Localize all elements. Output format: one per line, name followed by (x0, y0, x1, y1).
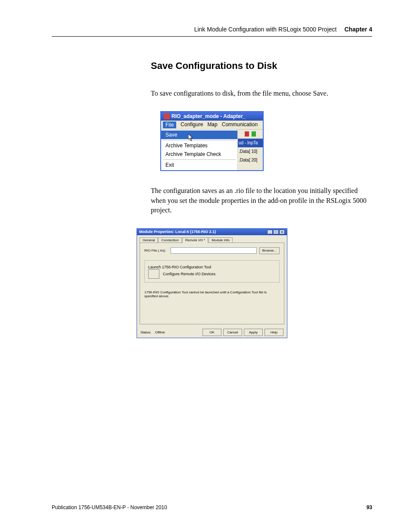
cancel-button[interactable]: Cancel (223, 329, 242, 336)
paragraph-1: To save configurations to disk, from the… (151, 89, 368, 98)
dialog-title: Module Properties: Local:6 (1756-RIO 2.1… (139, 230, 216, 234)
page-number: 93 (367, 504, 372, 510)
status-bar: Status: Offline (140, 330, 165, 334)
menu-item-exit[interactable]: Exit (161, 161, 237, 169)
file-menu-screenshot: RIO_adapter_mode - Adapter_ File Configu… (160, 111, 264, 171)
window-titlebar: RIO_adapter_mode - Adapter_ (161, 112, 263, 121)
group-legend: Launch 1756-RIO Configuration Tool (148, 265, 211, 269)
menu-map[interactable]: Map (207, 121, 217, 128)
side-panel: ud - InpTa .Data[ 10] .Data[ 20] (238, 130, 263, 170)
menu-item-archive-templates[interactable]: Archive Templates (161, 141, 237, 150)
header-title: Link Module Configuration with RSLogix 5… (194, 26, 337, 33)
close-icon[interactable]: × (279, 230, 285, 234)
configure-devices-icon[interactable] (148, 269, 159, 279)
paragraph-2: The configuration saves as an .rio file … (151, 186, 368, 215)
help-button[interactable]: Help (265, 329, 283, 336)
menu-configure[interactable]: Configure (181, 121, 203, 128)
browse-button[interactable]: Browse... (259, 247, 280, 254)
maximize-icon[interactable]: □ (273, 230, 279, 234)
status-value: Offline (155, 330, 165, 334)
side-text-0: ud - InpTa (238, 139, 263, 147)
menubar: File Configure Map Communication (161, 121, 263, 130)
side-text-1: .Data[ 10] (238, 147, 263, 156)
window-title: RIO_adapter_mode - Adapter_ (171, 113, 246, 119)
tool-icon (245, 131, 249, 137)
rio-file-label: RIO File (.rio): (144, 249, 168, 252)
tool-icon (252, 131, 256, 137)
module-properties-dialog: Module Properties: Local:6 (1756-RIO 2.1… (137, 228, 287, 338)
status-label: Status: (140, 330, 151, 334)
menu-item-archive-template-check[interactable]: Archive Template Check (161, 150, 237, 159)
configure-devices-label: Configure Remote I/O Devices (163, 272, 215, 276)
ok-button[interactable]: OK (202, 329, 221, 336)
section-title: Save Configurations to Disk (151, 60, 372, 72)
publication-id: Publication 1756-UM534B-EN-P - November … (52, 504, 167, 510)
app-icon (164, 113, 170, 119)
page-header: Link Module Configuration with RSLogix 5… (52, 26, 372, 37)
file-menu-dropdown: Save Archive Templates Archive Template … (161, 130, 238, 170)
apply-button[interactable]: Apply (244, 329, 263, 336)
dialog-titlebar: Module Properties: Local:6 (1756-RIO 2.1… (137, 229, 287, 235)
tab-remote-io[interactable]: Remote I/O * (182, 237, 208, 243)
config-tool-note: 1756-RIO Configuration Tool cannot be la… (144, 290, 280, 298)
header-chapter: Chapter 4 (344, 26, 372, 33)
toolbar-icons (238, 130, 263, 139)
rio-file-input[interactable] (171, 247, 257, 254)
minimize-icon[interactable]: _ (267, 230, 273, 234)
tab-row: General Connection Remote I/O * Module I… (137, 235, 287, 243)
page-footer: Publication 1756-UM534B-EN-P - November … (52, 504, 372, 510)
menu-file[interactable]: File (163, 121, 176, 128)
menu-communication[interactable]: Communication (222, 121, 258, 128)
launch-tool-group: Launch 1756-RIO Configuration Tool Confi… (144, 260, 280, 283)
tab-panel: RIO File (.rio): Browse... Launch 1756-R… (140, 243, 284, 324)
menu-item-save[interactable]: Save (161, 131, 237, 139)
side-text-2: .Data[ 20] (238, 156, 263, 165)
menu-item-save-label: Save (165, 132, 177, 138)
